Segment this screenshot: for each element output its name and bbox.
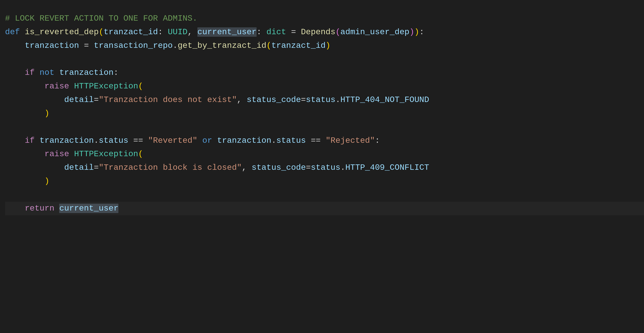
- code-token: tranzact_id: [271, 41, 326, 50]
- code-token: tranzaction: [25, 41, 79, 50]
- code-token: is_reverted_dep: [25, 27, 99, 37]
- code-token: current_user: [59, 204, 118, 213]
- code-line[interactable]: detail="Tranzaction does not exist", sta…: [5, 93, 644, 107]
- code-line[interactable]: raise HTTPException(: [5, 147, 644, 161]
- code-token: status: [306, 95, 336, 104]
- code-token: ,: [188, 27, 198, 37]
- code-line[interactable]: # LOCK REVERT ACTION TO ONE FOR ADMINS.: [5, 12, 644, 25]
- code-token: return: [25, 204, 59, 213]
- code-token: :: [158, 27, 168, 37]
- code-token: :: [375, 136, 380, 145]
- code-token: status: [99, 136, 128, 145]
- code-token: or: [202, 136, 217, 145]
- code-token: (: [138, 82, 143, 91]
- code-line[interactable]: ): [5, 107, 644, 120]
- code-token: ,: [242, 163, 252, 172]
- code-token: if: [25, 136, 40, 145]
- code-token: tranzaction: [217, 136, 271, 145]
- code-token: =: [79, 41, 94, 50]
- code-token: ,: [237, 95, 247, 104]
- code-token: HTTPException: [74, 149, 138, 159]
- code-token: status_code: [247, 95, 301, 104]
- code-editor[interactable]: # LOCK REVERT ACTION TO ONE FOR ADMINS. …: [0, 0, 644, 215]
- code-token: (: [266, 41, 271, 50]
- code-token: HTTP_409_CONFLICT: [345, 163, 429, 172]
- code-token: tranzact_id: [104, 27, 158, 37]
- code-token: raise: [44, 149, 74, 159]
- code-token: def: [5, 27, 25, 37]
- code-token: get_by_tranzact_id: [178, 41, 266, 50]
- code-token: .: [336, 95, 340, 104]
- code-token: (: [336, 27, 340, 37]
- code-line[interactable]: if not tranzaction:: [5, 66, 644, 80]
- code-token: [198, 136, 202, 145]
- code-line[interactable]: [5, 120, 644, 134]
- code-token: detail: [64, 163, 94, 172]
- code-token: ==: [128, 136, 148, 145]
- code-token: :: [256, 27, 266, 37]
- code-token: "Tranzaction does not exist": [99, 95, 237, 104]
- code-line[interactable]: return current_user: [5, 202, 644, 215]
- code-line[interactable]: detail="Tranzaction block is closed", st…: [5, 161, 644, 174]
- code-line[interactable]: [5, 188, 644, 202]
- code-token: # LOCK REVERT ACTION TO ONE FOR ADMINS.: [5, 14, 198, 23]
- code-token: "Reverted": [148, 136, 198, 145]
- code-token: admin_user_dep: [340, 27, 410, 37]
- code-token: =: [301, 95, 306, 104]
- code-token: tranzaction: [40, 136, 94, 145]
- code-token: status: [311, 163, 340, 172]
- code-token: :: [114, 68, 118, 77]
- code-token: ): [44, 176, 49, 186]
- code-token: =: [286, 27, 301, 37]
- code-token: ): [326, 41, 330, 50]
- code-token: ==: [306, 136, 326, 145]
- code-token: =: [94, 95, 98, 104]
- code-token: (: [138, 149, 143, 159]
- code-token: =: [94, 163, 98, 172]
- code-line[interactable]: tranzaction = transaction_repo.get_by_tr…: [5, 39, 644, 52]
- code-token: =: [306, 163, 311, 172]
- code-token: dict: [266, 27, 286, 37]
- code-token: HTTPException: [74, 82, 138, 91]
- code-line[interactable]: ): [5, 174, 644, 188]
- code-token: not: [40, 68, 59, 77]
- code-token: ): [414, 27, 419, 37]
- code-token: ): [44, 109, 49, 118]
- code-token: "Rejected": [326, 136, 375, 145]
- code-token: ): [410, 27, 414, 37]
- code-line[interactable]: raise HTTPException(: [5, 80, 644, 93]
- code-line[interactable]: if tranzaction.status == "Reverted" or t…: [5, 134, 644, 148]
- code-token: UUID: [168, 27, 188, 37]
- code-token: HTTP_404_NOT_FOUND: [340, 95, 429, 104]
- code-line[interactable]: [5, 52, 644, 66]
- code-token: .: [340, 163, 345, 172]
- code-token: :: [419, 27, 424, 37]
- code-token: .: [271, 136, 276, 145]
- code-token: .: [173, 41, 178, 50]
- code-token: status_code: [252, 163, 306, 172]
- code-token: transaction_repo: [94, 41, 172, 50]
- code-token: "Tranzaction block is closed": [99, 163, 242, 172]
- code-token: Depends: [301, 27, 336, 37]
- code-token: raise: [44, 82, 74, 91]
- code-token: (: [99, 27, 104, 37]
- code-token: current_user: [198, 27, 256, 37]
- code-line[interactable]: def is_reverted_dep(tranzact_id: UUID, c…: [5, 25, 644, 39]
- code-token: status: [276, 136, 306, 145]
- code-token: detail: [64, 95, 94, 104]
- code-token: tranzaction: [59, 68, 113, 77]
- code-token: if: [25, 68, 40, 77]
- code-token: .: [94, 136, 98, 145]
